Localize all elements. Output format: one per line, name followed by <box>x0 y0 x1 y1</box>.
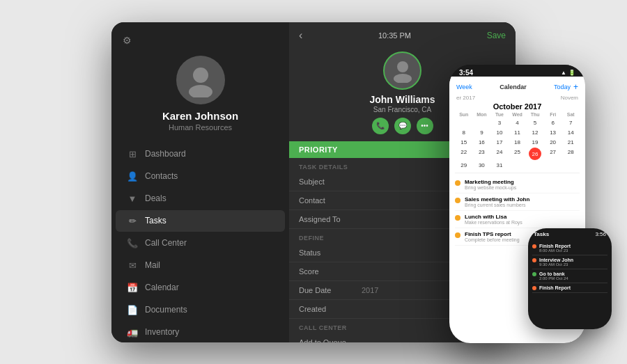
event-info: Finish TPS report Complete before meetin… <box>465 231 520 242</box>
calendar-week: 293031 <box>455 161 580 170</box>
calendar-day[interactable]: 11 <box>509 128 527 137</box>
calendar-day[interactable]: 4 <box>509 118 527 127</box>
week-nav-button[interactable]: Week <box>456 84 472 90</box>
watch-task[interactable]: Finish Report <box>532 283 607 293</box>
sidebar-item-calendar[interactable]: 📅 Calendar <box>116 277 285 299</box>
watch-task[interactable]: Interview John 9:30 AM Oct 23 <box>532 255 607 269</box>
sidebar-item-label: Mail <box>145 260 160 270</box>
calendar-day[interactable]: 26 <box>529 148 541 160</box>
calendar-day[interactable]: 5 <box>526 118 544 127</box>
calendar-day[interactable]: 9 <box>473 128 491 137</box>
calendar-event[interactable]: Sales meeting with John Bring current sa… <box>455 193 580 211</box>
phone-status-icons: ▲ 🔋 <box>561 70 575 76</box>
sidebar-item-inventory[interactable]: 🚛 Inventory <box>116 322 285 342</box>
sidebar-item-deals[interactable]: ▼ Deals <box>116 188 285 209</box>
back-button[interactable]: ‹ <box>299 29 302 42</box>
calendar-week: 22232425262728 <box>455 148 580 160</box>
task-time: 8:00 AM Oct 23 <box>539 248 571 253</box>
phone-button[interactable]: 📞 <box>372 118 389 134</box>
calendar-day[interactable]: 16 <box>473 138 491 147</box>
sidebar-item-label: Deals <box>145 193 167 203</box>
calendar-day <box>544 161 562 170</box>
calendar-day[interactable]: 20 <box>544 138 562 147</box>
sidebar-item-dashboard[interactable]: ⊞ Dashboard <box>116 143 285 165</box>
calendar-day[interactable]: 10 <box>490 128 509 137</box>
today-button[interactable]: Today <box>554 84 571 90</box>
event-subtitle: Make reservations at Roys <box>465 220 522 225</box>
nav-icon: ✉ <box>127 260 138 271</box>
sidebar-item-contacts[interactable]: 👤 Contacts <box>116 166 285 187</box>
field-label: Contact <box>299 196 362 205</box>
sidebar-item-tasks[interactable]: ✏ Tasks <box>116 210 285 232</box>
add-event-button[interactable]: + <box>573 82 578 92</box>
calendar-day[interactable]: 14 <box>562 128 580 137</box>
sidebar-item-mail[interactable]: ✉ Mail <box>116 255 285 276</box>
calendar-day[interactable]: 24 <box>490 148 509 160</box>
event-dot <box>455 198 460 203</box>
field-label: Subject <box>299 177 362 186</box>
calendar-event[interactable]: Lunch with Lisa Make reservations at Roy… <box>455 211 580 228</box>
event-info: Marketing meeting Bring website mock-ups <box>465 179 516 190</box>
calendar-day[interactable]: 6 <box>544 118 562 127</box>
more-button[interactable]: ••• <box>417 118 433 134</box>
watch-app-title: Tasks <box>534 231 549 237</box>
message-button[interactable]: 💬 <box>394 118 411 134</box>
calendar-day[interactable]: 28 <box>562 148 580 160</box>
contact-avatar <box>383 52 421 90</box>
nav-icon: 📅 <box>127 283 138 293</box>
task-info: Finish Report <box>539 285 571 290</box>
calendar-week: 891011121314 <box>455 128 580 137</box>
task-info: Go to bank 2:00 PM Oct 24 <box>539 271 568 280</box>
day-of-week: Sun <box>455 112 473 117</box>
svg-point-0 <box>193 68 208 83</box>
sidebar-item-label: Contacts <box>145 171 178 181</box>
calendar-day[interactable]: 19 <box>526 138 544 147</box>
calendar-event[interactable]: Marketing meeting Bring website mock-ups <box>455 176 580 193</box>
event-subtitle: Complete before meeting <box>465 237 520 242</box>
sidebar-item-call-center[interactable]: 📞 Call Center <box>116 232 285 254</box>
task-info: Finish Report 8:00 AM Oct 23 <box>539 244 571 253</box>
calendar-day[interactable]: 8 <box>455 128 473 137</box>
next-month-label: Novem <box>561 95 578 101</box>
calendar-day[interactable]: 15 <box>455 138 473 147</box>
calendar-day[interactable]: 7 <box>562 118 580 127</box>
calendar-day[interactable]: 17 <box>490 138 509 147</box>
calendar-day[interactable]: 22 <box>455 148 473 160</box>
watch-top-bar: Tasks 3:56 <box>528 228 612 239</box>
sidebar-item-documents[interactable]: 📄 Documents <box>116 299 285 321</box>
svg-point-2 <box>397 61 408 72</box>
field-label: Created <box>299 305 362 313</box>
nav-icon: 📞 <box>127 238 138 248</box>
battery-icon: 🔋 <box>568 70 575 76</box>
calendar-day[interactable]: 18 <box>509 138 527 147</box>
event-title: Finish TPS report <box>465 231 520 237</box>
svg-point-3 <box>394 74 412 83</box>
calendar-day[interactable]: 3 <box>490 118 509 127</box>
calendar-day[interactable]: 21 <box>562 138 580 147</box>
calendar-day[interactable]: 25 <box>509 148 527 160</box>
event-subtitle: Bring website mock-ups <box>465 185 516 190</box>
day-of-week: Fri <box>544 112 562 117</box>
calendar-day[interactable]: 31 <box>490 161 509 170</box>
contact-location: San Francisco, CA <box>373 106 431 113</box>
calendar-day[interactable]: 30 <box>473 161 491 170</box>
field-label: Assigned To <box>299 215 362 223</box>
calendar-day <box>455 118 473 127</box>
calendar-grid: SunMonTueWedThuFriSat 345678910111213141… <box>449 112 585 170</box>
calendar-day[interactable]: 12 <box>526 128 544 137</box>
sidebar-item-label: Tasks <box>145 216 167 225</box>
calendar-week: 15161718192021 <box>455 138 580 147</box>
watch-task[interactable]: Finish Report 8:00 AM Oct 23 <box>532 242 607 255</box>
watch-task[interactable]: Go to bank 2:00 PM Oct 24 <box>532 269 607 283</box>
sidebar-user-name: Karen Johnson <box>162 110 238 122</box>
field-label: Add to Queue <box>299 338 362 342</box>
sidebar-nav: ⊞ Dashboard 👤 Contacts ▼ Deals ✏ Tasks 📞… <box>111 140 289 342</box>
calendar-day[interactable]: 29 <box>455 161 473 170</box>
save-button[interactable]: Save <box>487 31 506 40</box>
task-dot <box>532 272 536 276</box>
gear-icon[interactable]: ⚙ <box>123 35 132 46</box>
task-time: 9:30 AM Oct 23 <box>539 262 573 267</box>
calendar-day[interactable]: 27 <box>544 148 562 160</box>
calendar-day[interactable]: 13 <box>544 128 562 137</box>
calendar-day[interactable]: 23 <box>473 148 491 160</box>
